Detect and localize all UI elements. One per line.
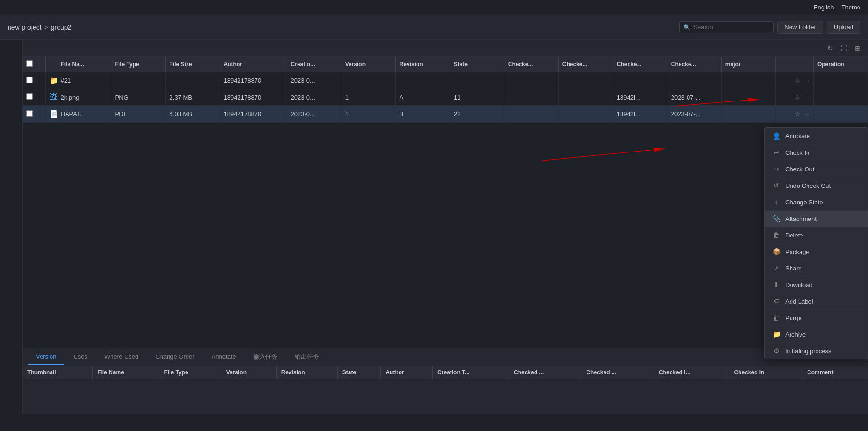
header-bar: new project > group2 🔍 New Folder Upload xyxy=(0,15,868,40)
bottom-panel: Version Uses Where Used Change Order Ann… xyxy=(23,348,868,414)
col-comment: Comment xyxy=(802,366,868,379)
theme-selector[interactable]: Theme xyxy=(842,4,860,11)
more-options-icon[interactable]: ··· xyxy=(804,77,809,84)
breadcrumb-root[interactable]: new project xyxy=(8,24,42,31)
col-checked4: Checked In xyxy=(729,366,802,379)
menu-item-label: Delete xyxy=(785,232,803,239)
row-creation: 2023-0... xyxy=(287,106,341,123)
row-checked3: 18942l... xyxy=(613,106,667,123)
col-creation: Creatio... xyxy=(287,57,341,72)
star-icon[interactable]: ☆ xyxy=(795,110,800,118)
row-file-icon: 📁 xyxy=(45,72,57,89)
initiating-process-icon: ⚙ xyxy=(772,347,781,355)
table-row[interactable]: 📁 #21 18942178870 2023-0... xyxy=(23,72,868,89)
row-version: 1 xyxy=(341,106,395,123)
search-input[interactable] xyxy=(693,24,769,31)
share-icon: ↗ xyxy=(772,264,781,272)
menu-item-label: Change State xyxy=(785,199,823,206)
delete-icon: 🗑 xyxy=(772,231,781,239)
col-checked3: Checke... xyxy=(613,57,667,72)
menu-item-checkout[interactable]: ↪ Check Out xyxy=(765,161,868,177)
menu-item-change-state[interactable]: ↕ Change State xyxy=(765,194,868,211)
col-checked4: Checke... xyxy=(667,57,721,72)
menu-item-label: Annotate xyxy=(785,133,810,140)
col-major: major xyxy=(721,57,775,72)
row-checked3 xyxy=(613,72,667,89)
col-checked2: Checke... xyxy=(558,57,613,72)
more-options-icon[interactable]: ··· xyxy=(804,110,809,118)
row-star-cell: ☆ ··· xyxy=(775,72,813,89)
col-state: State xyxy=(337,366,381,379)
tab-uses[interactable]: Uses xyxy=(66,349,95,365)
header-actions: 🔍 New Folder Upload xyxy=(679,21,860,34)
col-revision: Revision xyxy=(276,366,337,379)
menu-item-attachment[interactable]: 📎 Attachment xyxy=(765,211,868,227)
row-checked3: 18942l... xyxy=(613,89,667,106)
menu-item-delete[interactable]: 🗑 Delete xyxy=(765,227,868,244)
row-checked2 xyxy=(558,72,613,89)
select-all-checkbox[interactable] xyxy=(26,60,33,67)
col-author: Author xyxy=(220,57,281,72)
language-selector[interactable]: English xyxy=(814,4,834,11)
menu-item-download[interactable]: ⬇ Download xyxy=(765,277,868,293)
menu-item-initiating-process[interactable]: ⚙ Initiating process xyxy=(765,343,868,359)
checkout-icon: ↪ xyxy=(772,165,781,173)
table-row[interactable]: 📄 HAPAT... PDF 6.03 MB 18942178870 2023-… xyxy=(23,106,868,123)
row-operation xyxy=(813,89,868,106)
row-filesize: 6.03 MB xyxy=(165,106,220,123)
col-filename: File Name xyxy=(93,366,159,379)
menu-item-purge[interactable]: 🗑 Purge xyxy=(765,310,868,326)
row-checkbox[interactable] xyxy=(23,106,40,123)
row-filetype: PDF xyxy=(111,106,165,123)
col-filetype: File Type xyxy=(111,57,165,72)
row-filename: HAPAT... xyxy=(57,106,111,123)
row-filesize xyxy=(165,72,220,89)
layout: ↻ ⛶ ⊞ File Na... File Type File Size Aut… xyxy=(0,40,868,414)
context-menu: 👤 Annotate ↩ Check In ↪ Check Out ↺ Undo… xyxy=(764,127,868,359)
tab-where-used[interactable]: Where Used xyxy=(97,349,146,365)
row-pipe xyxy=(40,72,45,89)
star-icon[interactable]: ☆ xyxy=(795,77,800,84)
tab-change-order[interactable]: Change Order xyxy=(148,349,202,365)
menu-item-package[interactable]: 📦 Package xyxy=(765,244,868,260)
row-checked1 xyxy=(504,89,558,106)
grid-icon[interactable]: ⊞ xyxy=(853,43,862,53)
col-checked1: Checke... xyxy=(504,57,558,72)
top-bar: English Theme xyxy=(0,0,868,15)
breadcrumb-current: group2 xyxy=(51,24,72,31)
tab-version[interactable]: Version xyxy=(28,349,64,365)
col-filesize: File Size xyxy=(165,57,220,72)
col-pipe2 xyxy=(281,57,287,72)
row-revision xyxy=(395,72,450,89)
attachment-icon: 📎 xyxy=(772,215,781,222)
tab-output-tasks[interactable]: 输出任务 xyxy=(287,349,327,366)
refresh-icon[interactable]: ↻ xyxy=(825,43,835,53)
row-author: 18942178870 xyxy=(220,72,281,89)
fullscreen-icon[interactable]: ⛶ xyxy=(839,43,849,53)
breadcrumb-separator: > xyxy=(44,24,48,31)
row-state xyxy=(450,72,504,89)
col-actions-spacer xyxy=(775,57,813,72)
search-box[interactable]: 🔍 xyxy=(679,21,774,33)
menu-item-checkin[interactable]: ↩ Check In xyxy=(765,144,868,161)
more-options-icon[interactable]: ··· xyxy=(804,94,809,101)
row-major xyxy=(721,106,775,123)
menu-item-label: Archive xyxy=(785,331,806,338)
star-icon[interactable]: ☆ xyxy=(795,94,800,101)
menu-item-undo-checkout[interactable]: ↺ Undo Check Out xyxy=(765,177,868,194)
col-checked1: Checked ... xyxy=(509,366,581,379)
tab-input-tasks[interactable]: 输入任务 xyxy=(246,349,285,366)
upload-button[interactable]: Upload xyxy=(827,21,860,34)
table-row[interactable]: 🖼 2k.png PNG 2.37 MB 18942178870 2023-0.… xyxy=(23,89,868,106)
menu-item-archive[interactable]: 📁 Archive xyxy=(765,326,868,343)
menu-item-add-label[interactable]: 🏷 Add Label xyxy=(765,293,868,310)
tab-annotate[interactable]: Annotate xyxy=(204,349,244,365)
new-folder-button[interactable]: New Folder xyxy=(777,21,823,34)
row-checked4: 2023-07-... xyxy=(667,106,721,123)
row-creation: 2023-0... xyxy=(287,72,341,89)
menu-item-annotate[interactable]: 👤 Annotate xyxy=(765,128,868,144)
row-checkbox[interactable] xyxy=(23,89,40,106)
menu-item-share[interactable]: ↗ Share xyxy=(765,260,868,277)
col-pipe xyxy=(40,57,45,72)
row-checkbox[interactable] xyxy=(23,72,40,89)
